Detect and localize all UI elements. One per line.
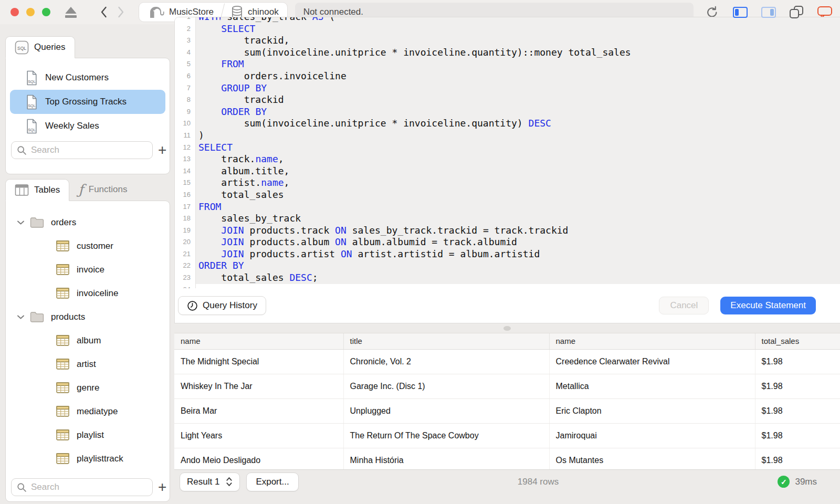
eject-icon[interactable] [65,7,77,18]
toggle-left-sidebar-button[interactable] [733,7,748,18]
sql-editor[interactable]: 1WITH sales_by_track AS (2 SELECT3 track… [175,17,840,288]
disclosure-chevron[interactable] [15,220,26,225]
tab-functions[interactable]: ƒ Functions [69,178,136,201]
result-cell[interactable]: Minha História [343,448,549,469]
column-header[interactable]: name [174,333,343,349]
export-button[interactable]: Export... [246,472,298,491]
result-row[interactable]: Beira MarUnpluggedEric Clapton$1.98 [174,398,840,423]
code-line[interactable]: 16 total_sales [175,189,840,201]
code-line[interactable]: 9 ORDER BY [175,106,840,118]
schema-table-item[interactable]: mediatype [9,400,166,423]
disclosure-chevron[interactable] [15,314,26,320]
tables-search-input[interactable] [31,482,147,492]
code-line[interactable]: 18 sales_by_track [175,213,840,225]
result-cell[interactable]: Chronicle, Vol. 2 [343,349,549,374]
line-number: 8 [175,94,196,106]
function-icon: ƒ [78,183,83,196]
code-line[interactable]: 20 JOIN products.album ON album.albumid … [175,236,840,248]
result-cell[interactable]: Eric Clapton [549,398,755,423]
tab-tables[interactable]: Tables [5,179,69,201]
schema-table-item[interactable]: invoice [9,258,166,281]
code-segment [198,248,221,259]
column-header[interactable]: name [549,333,755,349]
result-cell[interactable]: $1.98 [755,448,840,469]
queries-search-input[interactable] [31,145,147,155]
code-line[interactable]: 19 JOIN products.track ON sales_by_track… [175,225,840,237]
code-line[interactable]: 13 track.name, [175,153,840,165]
code-line[interactable]: 6 orders.invoiceline [175,70,840,82]
code-line[interactable]: 5 FROM [175,58,840,70]
result-row[interactable]: Light YearsThe Return Of The Space Cowbo… [174,423,840,448]
schema-table-item[interactable]: genre [9,376,166,400]
forward-button[interactable] [112,6,130,18]
schema-table-item[interactable]: invoiceline [9,281,166,305]
code-line[interactable]: 4 sum(invoiceline.unitprice * invoicelin… [175,47,840,59]
code-line[interactable]: 7 GROUP BY [175,82,840,94]
schema-folder-item[interactable]: products [9,305,166,329]
code-segment: ON [335,225,346,236]
toggle-right-sidebar-button[interactable] [761,7,776,18]
tables-search[interactable] [11,478,153,496]
result-cell[interactable]: $1.98 [755,349,840,374]
result-cell[interactable]: Jamiroquai [549,423,755,448]
result-cell[interactable]: $1.98 [755,398,840,423]
result-row[interactable]: Ando Meio DesligadoMinha HistóriaOs Muta… [174,448,840,469]
result-cell[interactable]: Unplugged [343,398,549,423]
add-table-button[interactable]: + [157,480,167,495]
query-list-item[interactable]: SQLWeekly Sales [10,114,165,138]
result-cell[interactable]: The Midnight Special [174,349,343,374]
code-line[interactable]: 23 total_sales DESC; [175,272,840,284]
queries-search[interactable] [11,141,153,159]
show-windows-button[interactable] [790,6,803,18]
result-cell[interactable]: Beira Mar [174,398,343,423]
minimize-window-button[interactable] [26,8,35,16]
result-cell[interactable]: Whiskey In The Jar [174,374,343,398]
code-line[interactable]: 14 album.title, [175,165,840,177]
code-line[interactable]: 21 JOIN products.artist ON artist.artist… [175,248,840,260]
close-window-button[interactable] [10,8,19,16]
code-line[interactable]: 15 artist.name, [175,177,840,189]
schema-table-item[interactable]: album [9,329,166,352]
result-cell[interactable]: Ando Meio Desligado [174,448,343,469]
back-button[interactable] [94,6,112,18]
code-line[interactable]: 2 SELECT [175,23,840,35]
code-line[interactable]: 11) [175,130,840,142]
code-line[interactable]: 10 sum(invoiceline.unitprice * invoiceli… [175,118,840,130]
result-row[interactable]: Whiskey In The JarGarage Inc. (Disc 1)Me… [174,374,840,398]
schema-table-item[interactable]: playlisttrack [9,447,166,470]
result-cell[interactable]: Creedence Clearwater Revival [549,349,755,374]
code-line[interactable]: 24 [175,284,840,288]
result-row[interactable]: The Midnight SpecialChronicle, Vol. 2Cre… [174,349,840,374]
query-history-button[interactable]: Query History [178,296,266,315]
result-cell[interactable]: The Return Of The Space Cowboy [343,423,549,448]
tab-queries[interactable]: SQL Queries [5,36,75,58]
query-list-item[interactable]: SQLNew Customers [10,66,165,90]
result-cell[interactable]: Light Years [174,423,343,448]
column-header[interactable]: title [343,333,549,349]
column-header[interactable]: total_sales [755,333,840,349]
cancel-button[interactable]: Cancel [659,297,709,314]
result-cell[interactable]: Os Mutantes [549,448,755,469]
query-list-item[interactable]: SQLTop Grossing Tracks [10,90,165,114]
schema-folder-item[interactable]: orders [9,211,166,234]
code-line[interactable]: 8 trackid [175,94,840,106]
schema-table-item[interactable]: playlist [9,423,166,447]
line-number: 12 [175,142,196,154]
code-line[interactable]: 12SELECT [175,142,840,154]
result-cell[interactable]: Metallica [549,374,755,398]
code-line[interactable]: 3 trackid, [175,35,840,47]
result-cell[interactable]: $1.98 [755,374,840,398]
code-line[interactable]: 17FROM [175,201,840,213]
result-cell[interactable]: $1.98 [755,423,840,448]
result-cell[interactable]: Garage Inc. (Disc 1) [343,374,549,398]
code-segment: products.artist [244,248,341,259]
execute-statement-button[interactable]: Execute Statement [720,297,816,314]
result-selector[interactable]: Result 1 [180,472,240,491]
editor-results-splitter[interactable] [174,323,840,333]
add-query-button[interactable]: + [157,143,167,158]
code-line[interactable]: 22ORDER BY [175,260,840,272]
zoom-window-button[interactable] [42,8,50,16]
code-line[interactable]: 1WITH sales_by_track AS ( [175,17,840,23]
schema-table-item[interactable]: artist [9,352,166,376]
schema-table-item[interactable]: customer [9,234,166,258]
